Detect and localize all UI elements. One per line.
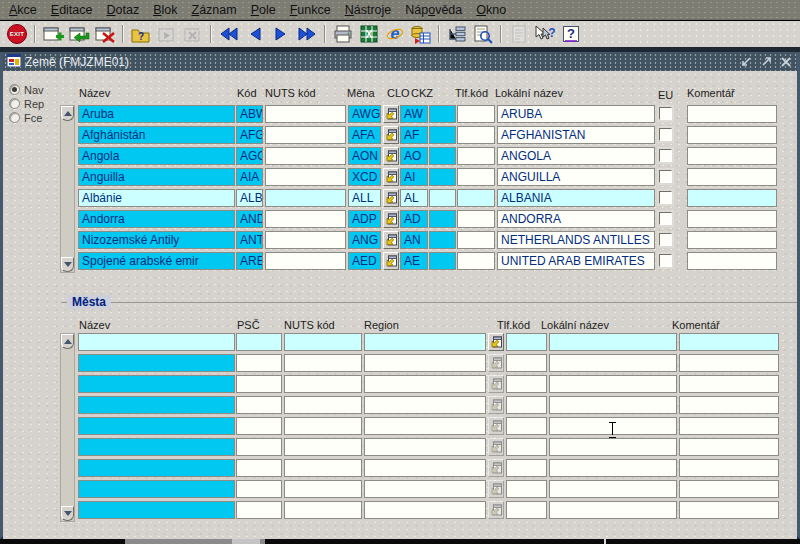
field-clo[interactable]: AN (400, 231, 428, 249)
field-code[interactable]: ABW (236, 105, 263, 123)
field-tel[interactable] (457, 126, 495, 144)
print-icon[interactable] (330, 22, 356, 46)
country-row[interactable]: ArubaABWAWGAWARUBA (78, 105, 797, 126)
field-tel[interactable] (457, 189, 495, 207)
field-region[interactable] (364, 333, 486, 351)
field-nuts[interactable] (265, 147, 346, 165)
city-row[interactable] (78, 438, 797, 459)
field-nuts[interactable] (265, 210, 346, 228)
field-comment[interactable] (679, 501, 779, 519)
field-tel[interactable] (506, 417, 547, 435)
field-name[interactable]: Spojené arabské emir (78, 252, 235, 270)
field-region[interactable] (364, 417, 486, 435)
city-row[interactable] (78, 501, 797, 522)
city-row[interactable] (78, 333, 797, 354)
field-psc[interactable] (236, 333, 282, 351)
field-cur[interactable]: ANG (348, 231, 381, 249)
field-region[interactable] (364, 501, 486, 519)
field-local[interactable]: ALBANIA (497, 189, 655, 207)
menu-item-zaznam[interactable]: Záznam (185, 1, 244, 19)
field-name[interactable] (78, 333, 235, 351)
field-cur[interactable]: AFA (348, 126, 381, 144)
field-comment[interactable] (679, 354, 779, 372)
field-tel[interactable] (506, 480, 547, 498)
first-record-icon[interactable] (216, 22, 242, 46)
country-row[interactable]: AndorraANDADPADANDORRA (78, 210, 797, 231)
eu-checkbox[interactable] (659, 170, 672, 183)
field-ckz[interactable] (429, 126, 456, 144)
delete-record-icon[interactable] (92, 22, 118, 46)
execute-query-icon[interactable] (154, 22, 180, 46)
field-clo[interactable]: AE (400, 252, 428, 270)
field-region[interactable] (364, 354, 486, 372)
web-browser-icon[interactable]: e (382, 22, 408, 46)
field-name[interactable] (78, 480, 235, 498)
field-local[interactable] (549, 354, 677, 372)
scroll-up-icon[interactable] (61, 334, 74, 349)
country-row[interactable]: Spojené arabské emirAREAEDAEUNITED ARAB … (78, 252, 797, 273)
field-local[interactable] (549, 375, 677, 393)
city-row[interactable] (78, 459, 797, 480)
field-code[interactable]: AND (236, 210, 263, 228)
field-psc[interactable] (236, 459, 282, 477)
radio-rep[interactable]: Rep (9, 97, 44, 110)
eu-checkbox[interactable] (659, 128, 672, 141)
field-clo[interactable]: AO (400, 147, 428, 165)
field-ckz[interactable] (429, 210, 456, 228)
field-local[interactable] (549, 480, 677, 498)
field-comment[interactable] (687, 168, 777, 186)
minimize-icon[interactable] (739, 56, 753, 69)
open-detail-button[interactable] (383, 168, 399, 186)
field-region[interactable] (364, 396, 486, 414)
field-tel[interactable] (506, 354, 547, 372)
radio-circle-icon[interactable] (9, 84, 20, 95)
field-tel[interactable] (457, 147, 495, 165)
city-row[interactable] (78, 480, 797, 501)
open-detail-button[interactable] (383, 189, 399, 207)
open-detail-button[interactable] (383, 105, 399, 123)
field-clo[interactable]: AF (400, 126, 428, 144)
field-tel[interactable] (457, 252, 495, 270)
maximize-icon[interactable] (759, 56, 773, 69)
field-nuts[interactable] (284, 333, 362, 351)
field-local[interactable]: ANDORRA (497, 210, 655, 228)
menu-item-napoveda[interactable]: Nápověda (398, 1, 469, 19)
radio-circle-icon[interactable] (9, 98, 20, 109)
field-nuts[interactable] (284, 396, 362, 414)
export-table-icon[interactable] (408, 22, 434, 46)
countries-scrollbar[interactable] (60, 105, 75, 273)
field-ckz[interactable] (429, 168, 456, 186)
field-name[interactable]: Andorra (78, 210, 235, 228)
field-local[interactable] (549, 333, 677, 351)
field-comment[interactable] (687, 231, 777, 249)
document-icon[interactable] (506, 22, 532, 46)
field-tel[interactable] (457, 231, 495, 249)
open-detail-button[interactable] (383, 252, 399, 270)
open-detail-button[interactable] (383, 147, 399, 165)
field-psc[interactable] (236, 501, 282, 519)
menu-item-editace[interactable]: Editace (44, 1, 100, 19)
last-record-icon[interactable] (294, 22, 320, 46)
field-clo[interactable]: AI (400, 168, 428, 186)
field-clo[interactable]: AD (400, 210, 428, 228)
context-help-icon[interactable]: ? (532, 22, 558, 46)
field-psc[interactable] (236, 375, 282, 393)
radio-nav[interactable]: Nav (9, 83, 44, 96)
country-row[interactable]: AngolaAGOAONAOANGOLA (78, 147, 797, 168)
field-name[interactable] (78, 417, 235, 435)
menu-item-akce[interactable]: Akce (2, 1, 44, 19)
city-row[interactable] (78, 396, 797, 417)
field-local[interactable]: ARUBA (497, 105, 655, 123)
eu-checkbox[interactable] (659, 191, 672, 204)
field-nuts[interactable] (284, 480, 362, 498)
field-cur[interactable]: AWG (348, 105, 381, 123)
field-clo[interactable]: AW (400, 105, 428, 123)
field-region[interactable] (364, 459, 486, 477)
field-comment[interactable] (687, 252, 777, 270)
field-name[interactable] (78, 396, 235, 414)
field-psc[interactable] (236, 417, 282, 435)
help-icon[interactable]: ? (558, 22, 584, 46)
country-row[interactable]: Nizozemské AntilyANTANGANNETHERLANDS ANT… (78, 231, 797, 252)
field-psc[interactable] (236, 438, 282, 456)
open-detail-button[interactable] (383, 126, 399, 144)
